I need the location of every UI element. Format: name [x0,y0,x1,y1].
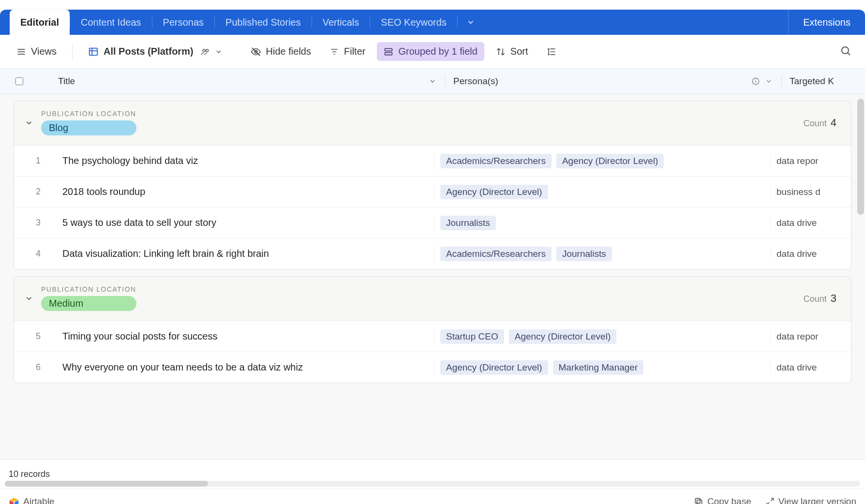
hide-fields-label: Hide fields [266,46,311,57]
group-field-label: PUBLICATION LOCATION [41,110,136,118]
horizontal-scrollbar-thumb[interactable] [5,481,208,487]
count-label: Count [804,119,827,129]
persona-tag[interactable]: Academics/Researchers [440,247,552,261]
persona-tag[interactable]: Academics/Researchers [440,154,552,168]
persona-tag[interactable]: Journalists [556,247,612,261]
search-button[interactable] [836,41,855,62]
svg-rect-13 [385,48,392,51]
group-header[interactable]: PUBLICATION LOCATIONMediumCount 3 [14,277,851,321]
column-title-label: Title [58,76,75,87]
select-all-checkbox[interactable] [15,77,23,85]
cell-personas[interactable]: Startup CEOAgency (Director Level) [434,329,770,344]
cell-keywords[interactable]: data drive [770,249,851,259]
cell-keywords[interactable]: data repor [770,156,851,166]
view-larger-button[interactable]: View larger version [766,496,856,504]
row-height-icon [547,47,556,57]
vertical-scrollbar[interactable] [857,99,864,215]
svg-rect-27 [695,498,700,503]
group-button[interactable]: Grouped by 1 field [377,42,484,61]
horizontal-scrollbar-track[interactable] [5,481,860,487]
tab-personas[interactable]: Personas [152,10,215,35]
views-label: Views [31,46,57,57]
count-label: Count [804,294,827,304]
table-row[interactable]: 35 ways to use data to sell your storyJo… [14,207,851,238]
svg-point-22 [756,79,756,80]
svg-rect-3 [89,48,98,55]
persona-tag[interactable]: Agency (Director Level) [440,185,548,199]
filter-button[interactable]: Filter [323,42,372,61]
cell-keywords[interactable]: data drive [770,218,851,228]
row-number: 3 [14,218,62,228]
chevron-down-icon[interactable] [765,77,773,86]
chevron-down-icon[interactable] [429,77,436,85]
table-row[interactable]: 1The psychology behind data vizAcademics… [14,145,851,176]
tab-published-stories[interactable]: Published Stories [215,10,312,35]
airtable-logo[interactable]: Airtable [9,496,54,504]
svg-point-6 [203,49,205,52]
column-header-title[interactable]: Title [39,76,445,87]
group-meta: PUBLICATION LOCATIONBlog [41,110,136,135]
column-header-keywords[interactable]: Targeted K [781,76,865,87]
sort-icon [496,47,506,57]
cell-title[interactable]: 5 ways to use data to sell your story [62,217,434,228]
table-row[interactable]: 5Timing your social posts for successSta… [14,321,851,352]
tab-seo-keywords[interactable]: SEO Keywords [370,10,457,35]
cell-personas[interactable]: Academics/ResearchersAgency (Director Le… [434,154,770,168]
svg-rect-14 [385,52,392,55]
copy-base-button[interactable]: Copy base [694,496,751,504]
persona-tag[interactable]: Startup CEO [440,329,504,344]
cell-personas[interactable]: Agency (Director Level) [434,185,770,199]
brand-label: Airtable [23,496,54,504]
group-header[interactable]: PUBLICATION LOCATIONBlogCount 4 [14,101,851,145]
persona-tag[interactable]: Marketing Manager [553,360,644,375]
row-number: 1 [14,156,62,166]
extensions-button[interactable]: Extensions [788,10,865,35]
svg-line-19 [848,53,850,55]
cell-personas[interactable]: Journalists [434,216,770,230]
view-larger-label: View larger version [778,496,856,504]
persona-tag[interactable]: Agency (Director Level) [440,360,548,375]
cell-keywords[interactable]: business d [770,187,851,197]
chevron-down-icon[interactable] [25,119,33,127]
chevron-down-icon[interactable] [25,294,33,303]
status-bar: 10 records [0,460,865,489]
info-icon[interactable] [751,77,760,86]
view-selector[interactable]: All Posts (Platform) [81,42,229,61]
expand-icon [766,497,775,504]
copy-base-label: Copy base [707,496,751,504]
cell-title[interactable]: Why everyone on your team needs to be a … [62,362,434,373]
tabs-overflow-button[interactable] [458,10,484,35]
svg-point-18 [842,47,849,54]
cell-title[interactable]: 2018 tools roundup [62,186,434,197]
footer-bar: Airtable Copy base View larger version [0,489,865,504]
cell-personas[interactable]: Academics/ResearchersJournalists [434,247,770,261]
cell-title[interactable]: The psychology behind data viz [62,155,434,166]
cell-keywords[interactable]: data drive [770,362,851,373]
cell-personas[interactable]: Agency (Director Level)Marketing Manager [434,360,770,375]
table-row[interactable]: 22018 tools roundupAgency (Director Leve… [14,176,851,207]
grid-body: PUBLICATION LOCATIONBlogCount 41The psyc… [0,94,865,460]
table-row[interactable]: 4Data visualization: Linking left brain … [14,238,851,269]
svg-line-29 [767,502,769,504]
tab-editorial[interactable]: Editorial [10,10,70,35]
tab-label: Personas [163,17,204,28]
sort-button[interactable]: Sort [489,42,535,61]
row-height-button[interactable] [540,43,563,60]
views-button[interactable]: Views [10,42,63,61]
table-row[interactable]: 6Why everyone on your team needs to be a… [14,352,851,383]
cell-keywords[interactable]: data repor [770,331,851,342]
hide-fields-button[interactable]: Hide fields [244,42,318,61]
group-value-pill: Blog [41,120,136,135]
tab-content-ideas[interactable]: Content Ideas [70,10,152,35]
count-value: 4 [831,117,836,129]
select-all-cell[interactable] [0,77,39,85]
persona-tag[interactable]: Agency (Director Level) [509,329,617,344]
row-number: 2 [14,187,62,197]
persona-tag[interactable]: Agency (Director Level) [556,154,664,168]
cell-title[interactable]: Timing your social posts for success [62,331,434,342]
column-header-personas[interactable]: Persona(s) [445,76,781,87]
cell-title[interactable]: Data visualization: Linking left brain &… [62,248,434,259]
persona-tag[interactable]: Journalists [440,216,496,230]
view-name: All Posts (Platform) [104,46,194,57]
tab-verticals[interactable]: Verticals [312,10,370,35]
